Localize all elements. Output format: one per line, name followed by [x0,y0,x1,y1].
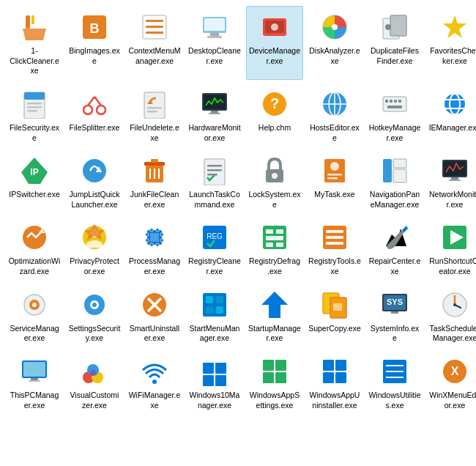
svg-rect-46 [385,100,388,103]
startup-icon [257,287,292,322]
service-icon [17,287,52,322]
svg-rect-68 [207,174,217,176]
file-item-taskscheduler[interactable]: TaskSchedulerManager.exe [426,284,476,347]
svg-text:?: ? [270,95,279,111]
file-item-fileundelete[interactable]: FileUndelete.exe [126,83,183,147]
file-item-procmanager[interactable]: ProcessManager.exe [126,216,183,280]
file-label: FileSplitter.exe [70,123,120,133]
svg-rect-122 [216,296,223,303]
svg-marker-128 [333,303,342,311]
file-item-regdefrag[interactable]: RegistryDefrag.exe [246,216,303,280]
file-label: DiskAnalyzer.exe [308,46,361,66]
file-item-filesplitter[interactable]: FileSplitter.exe [66,83,123,147]
file-item-visualcust[interactable]: VisualCustomizer.exe [66,350,123,414]
utilities-icon [377,354,412,389]
svg-point-15 [271,23,278,31]
svg-marker-1 [23,29,46,40]
svg-text:B: B [90,21,100,36]
svg-rect-104 [276,243,283,247]
svg-rect-90 [146,239,149,242]
file-label: SuperCopy.exe [308,324,361,334]
svg-rect-140 [29,380,40,382]
file-item-runshortcut[interactable]: RunShortcutCreator.exe [426,216,476,280]
file-label: VisualCustomizer.exe [68,391,121,410]
file-item-sysinfo[interactable]: SYSSystemInfo.exe [366,284,423,347]
file-item-iemanager[interactable]: IEManager.exe [426,83,476,147]
file-item-1clickcleaner[interactable]: 1-ClickCleaner.exe [6,6,63,80]
svg-rect-154 [323,360,334,371]
netmon-icon [437,153,472,188]
sysinfo-icon: SYS [377,287,412,322]
file-item-filesecurity[interactable]: FileSecurity.exe [6,83,63,147]
run-icon [437,220,472,255]
file-item-winutilities[interactable]: WindowsUtilities.exe [366,350,423,414]
svg-rect-49 [398,100,401,103]
file-item-winappuninstall[interactable]: WindowsAppUninstaller.exe [306,350,363,414]
svg-rect-66 [207,165,222,167]
svg-point-144 [90,370,96,376]
file-item-servicemanager[interactable]: ServiceManager.exe [6,284,63,347]
file-item-startupmanager[interactable]: StartupManager.exe [246,284,303,347]
svg-rect-151 [275,360,286,371]
file-item-contextmenu[interactable]: ContextMenuManager.exe [126,6,183,80]
file-label: NavigationPaneManager.exe [368,190,421,210]
file-item-hotkeymanager[interactable]: HotkeyManager.exe [366,83,423,147]
file-label: DesktopCleaner.exe [188,46,241,66]
file-item-hardwaremonitor[interactable]: HardwareMonitor.exe [186,83,243,147]
svg-point-72 [330,162,339,171]
file-label: SettingsSecurity.exe [68,324,121,344]
file-item-favoriteschecker[interactable]: FavoritesChecker.exe [426,6,476,80]
svg-point-136 [453,303,456,306]
file-item-ipswitcher[interactable]: IPIPSwitcher.exe [6,149,63,213]
svg-rect-11 [207,36,222,38]
svg-rect-107 [326,236,343,239]
svg-text:REG: REG [207,232,223,240]
file-item-desktopcleaner[interactable]: DesktopCleaner.exe [186,6,243,80]
file-item-optiwizard[interactable]: OptimizationWizard.exe [6,216,63,280]
file-item-launchtask[interactable]: LaunchTaskCommand.exe [186,149,243,213]
file-item-win10manager[interactable]: Windows10Manager.exe [186,350,243,414]
file-item-duplicatefinder[interactable]: DuplicateFilesFinder.exe [366,6,423,80]
file-item-repaircenter[interactable]: RepairCenter.exe [366,216,423,280]
file-item-hostsedit[interactable]: HostsEditor.exe [306,83,363,147]
file-item-help[interactable]: ?Help.chm [246,83,303,147]
file-label: FileUndelete.exe [128,123,181,143]
file-item-navpane[interactable]: NavigationPaneManager.exe [366,149,423,213]
file-item-winxmenu[interactable]: XWinXMenuEditor.exe [426,350,476,414]
file-item-startmenu[interactable]: StartMenuManager.exe [186,284,243,347]
file-item-thispc[interactable]: ThisPCManager.exe [6,350,63,414]
file-item-bingimages[interactable]: BBingImages.exe [66,6,123,80]
svg-rect-92 [160,239,163,242]
file-item-winappsettings[interactable]: WindowsAppSettings.exe [246,350,303,414]
file-item-settingssec[interactable]: SettingsSecurity.exe [66,284,123,347]
file-item-netmonitor[interactable]: NetworkMonitor.exe [426,149,476,213]
svg-point-113 [32,303,37,307]
svg-text:SYS: SYS [387,297,403,306]
svg-rect-76 [393,159,406,168]
file-item-diskanalyzer[interactable]: DiskAnalyzer.exe [306,6,363,80]
file-item-locksystem[interactable]: LockSystem.exe [246,149,303,213]
svg-rect-50 [387,106,402,108]
svg-rect-8 [146,32,163,34]
file-item-junkfile[interactable]: JunkFileCleaner.exe [126,149,183,213]
file-item-mytask[interactable]: MyTask.exe [306,149,363,213]
menu-icon [137,10,172,45]
file-item-regtools[interactable]: RegistryTools.exe [306,216,363,280]
file-item-regcleaner[interactable]: REGRegistryCleaner.exe [186,216,243,280]
svg-rect-75 [383,159,392,182]
file-label: RegistryCleaner.exe [188,256,241,276]
regdefrag-icon [257,220,292,255]
svg-rect-94 [156,229,159,232]
file-item-devicemanager[interactable]: DeviceManager.exe [246,6,303,80]
lock-icon [257,153,292,188]
file-item-supercopy[interactable]: SuperCopy.exe [306,284,363,347]
file-item-privacypro[interactable]: PrivacyProtector.exe [66,216,123,280]
scissors-icon [77,86,112,122]
svg-text:IP: IP [30,167,38,177]
file-item-wifimanager[interactable]: WiFiManager.exe [126,350,183,414]
file-item-smartuninstall[interactable]: SmartUninstaller.exe [126,284,183,347]
ip-icon: IP [17,153,52,188]
file-item-jumplist[interactable]: JumpListQuickLauncher.exe [66,149,123,213]
svg-rect-132 [391,311,398,314]
undo-icon [137,86,172,122]
